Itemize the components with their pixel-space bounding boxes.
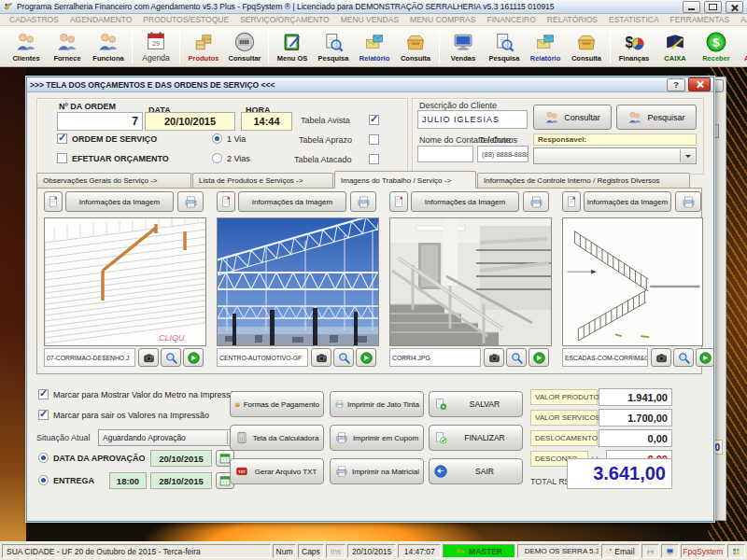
data-aprovacao-radio[interactable]: DATA DA APROVAÇÃO — [38, 453, 146, 463]
image3-info-button[interactable]: Informações da Imagem — [411, 191, 519, 212]
image3-filename-field[interactable]: CORRI4.JPG — [389, 348, 481, 367]
image2-print-button[interactable] — [350, 191, 376, 212]
menu-produtos-estoque[interactable]: PRODUTOS/ESTOQUE — [137, 15, 234, 24]
menu-agendamento[interactable]: AGENDAMENTO — [64, 15, 137, 24]
toolbar-button-clientes[interactable]: Clientes — [6, 30, 47, 63]
image4-filename-field[interactable]: ESCADAS-COM-CORRIM&O — [562, 348, 648, 367]
telefone-field[interactable]: (88) 8888-8888 — [477, 146, 529, 162]
salvar-button[interactable]: SALVAR — [429, 391, 523, 417]
dialog-close-button[interactable] — [688, 77, 711, 91]
menu-financeiro[interactable]: FINANCEIRO — [481, 15, 541, 24]
tabela-atacado-checkbox[interactable] — [369, 154, 379, 164]
menu-compras[interactable]: MENU COMPRAS — [404, 15, 481, 24]
responsavel-dropdown[interactable] — [533, 147, 697, 164]
mostrar-metro-checkbox[interactable]: Marcar para Mostrar Valor do Metro na Im… — [38, 389, 239, 399]
maximize-button[interactable] — [704, 1, 722, 13]
aprovacao-date-field[interactable]: 20/10/2015 — [150, 450, 212, 467]
toolbar-button-produtos[interactable]: Produtos — [183, 30, 224, 63]
menu-estatistica[interactable]: ESTATISTICA — [603, 15, 665, 24]
image1-thumbnail-corrimao-desenho[interactable]: CLIQU — [44, 217, 206, 346]
menu-cadastros[interactable]: CADASTROS — [4, 15, 64, 24]
image4-note-button[interactable] — [562, 191, 581, 212]
toolbar-button-caixa[interactable]: CAIXA — [655, 30, 696, 63]
toolbar-button-consulta-os[interactable]: Consulta — [395, 30, 436, 63]
radio-1-via[interactable]: 1 Via — [212, 133, 246, 144]
tab-controle-interno[interactable]: Informações de Controle Interno / Regist… — [477, 173, 690, 188]
consultar-cliente-button[interactable]: Consultar — [533, 105, 612, 130]
formas-pagamento-button[interactable]: Formas de Pagamento — [230, 391, 324, 417]
image3-note-button[interactable] — [389, 191, 408, 212]
toolbar-button-vendas[interactable]: Vendas — [443, 30, 484, 63]
gerar-arquivo-txt-button[interactable]: Gerar Arquivo TXT — [230, 458, 324, 484]
image1-zoom-button[interactable] — [161, 348, 181, 367]
tab-observacoes[interactable]: Observações Gerais do Serviço -> — [36, 173, 191, 188]
sair-button[interactable]: SAIR — [429, 458, 523, 484]
image3-camera-button[interactable] — [484, 348, 504, 367]
image2-camera-button[interactable] — [311, 348, 331, 367]
status-monitor-button[interactable] — [661, 544, 679, 558]
image1-filename-field[interactable]: 07-CORRIMAO-DESENHO.J — [44, 348, 135, 367]
contato-field[interactable] — [417, 146, 473, 162]
tab-lista-produtos[interactable]: Lista de Produtos e Serviços -> — [192, 173, 333, 188]
image4-print-button[interactable] — [675, 191, 701, 212]
image4-thumbnail-escadas-desenho[interactable] — [562, 217, 703, 346]
minimize-button[interactable] — [683, 1, 700, 13]
status-email-button[interactable]: Email — [601, 544, 640, 558]
status-grid-button[interactable] — [727, 544, 745, 558]
image2-thumbnail-centro-automotivo[interactable] — [217, 217, 379, 346]
image2-info-button[interactable]: Informações da Imagem — [238, 191, 346, 212]
tab-imagens[interactable]: Imagens do Trabalho / Serviço -> — [334, 171, 476, 189]
imprimir-matricial-button[interactable]: Imprimir na Matricial — [330, 458, 424, 484]
entrega-radio[interactable]: ENTREGA — [38, 475, 94, 485]
situacao-dropdown[interactable]: Aguardando Aprovação — [98, 429, 244, 446]
toolbar-button-agenda[interactable]: Agenda — [135, 29, 176, 63]
menu-ferramentas[interactable]: FERRAMENTAS — [665, 15, 736, 24]
menu-servico-orcamento[interactable]: SERVIÇO/ORÇAMENTO — [234, 15, 335, 24]
toolbar-button-pesquisa-vendas[interactable]: Pesquisa — [484, 30, 525, 63]
cliente-desc-field[interactable]: JULIO IGLESIAS — [417, 110, 528, 129]
menu-relatorios[interactable]: RELATÓRIOS — [542, 15, 603, 24]
image1-print-button[interactable] — [177, 191, 204, 212]
toolbar-button-menu-os[interactable]: Menu OS — [272, 30, 313, 63]
toolbar-button-fornecedores[interactable]: Fornece — [47, 30, 88, 63]
efetuar-orcamento-checkbox[interactable]: EFETUAR ORÇAMENTO — [57, 153, 169, 163]
order-number-field[interactable]: 7 — [57, 112, 143, 131]
toolbar-button-receber[interactable]: Receber — [696, 30, 737, 63]
tabela-avista-checkbox[interactable] — [369, 115, 379, 125]
image4-camera-button[interactable] — [651, 348, 671, 367]
image4-open-button[interactable] — [696, 348, 714, 367]
pesquisar-cliente-button[interactable]: Pesquisar — [616, 105, 697, 130]
menu-vendas[interactable]: MENU VENDAS — [335, 15, 404, 24]
close-button[interactable] — [726, 1, 743, 13]
image2-note-button[interactable] — [217, 191, 235, 212]
image3-open-button[interactable] — [529, 348, 549, 367]
tabela-aprazo-checkbox[interactable] — [369, 134, 379, 145]
image1-camera-button[interactable] — [138, 348, 159, 367]
image3-print-button[interactable] — [523, 191, 549, 212]
imprimir-cupom-button[interactable]: Imprimir em Cupom — [330, 425, 424, 451]
toolbar-button-consulta-vendas[interactable]: Consulta — [566, 30, 607, 63]
image1-info-button[interactable]: Informações da Imagem — [65, 191, 174, 212]
image2-zoom-button[interactable] — [333, 348, 354, 367]
toolbar-button-financas[interactable]: Finanças — [613, 30, 655, 63]
finalizar-button[interactable]: FINALIZAR — [429, 425, 523, 451]
image4-info-button[interactable]: Informações da Imagem — [584, 191, 671, 212]
date-field[interactable]: 20/10/2015 — [145, 112, 235, 131]
toolbar-button-consultar[interactable]: Consultar — [224, 30, 265, 63]
toolbar-button-a-pagar[interactable]: A Pagar — [737, 30, 747, 63]
toolbar-button-relatorio-vendas[interactable]: Relatório — [525, 30, 566, 63]
entrega-time-field[interactable]: 18:00 — [109, 472, 147, 489]
image2-open-button[interactable] — [356, 348, 376, 367]
radio-2-vias[interactable]: 2 Vias — [212, 153, 250, 163]
image3-thumbnail-escada-foto[interactable] — [389, 217, 552, 346]
status-printer-button[interactable] — [641, 544, 659, 558]
dialog-help-button[interactable]: ? — [667, 78, 685, 91]
entrega-date-field[interactable]: 28/10/2015 — [150, 472, 212, 489]
toolbar-button-pesquisa-os[interactable]: Pesquisa — [313, 30, 354, 63]
menu-ajuda[interactable]: AJUDA — [735, 15, 747, 24]
ordem-servico-checkbox[interactable]: ORDEM DE SERVIÇO — [57, 133, 157, 144]
toolbar-button-relatorio-os[interactable]: Relatório — [354, 30, 395, 63]
toolbar-button-funcionarios[interactable]: Funciona — [88, 30, 129, 63]
image4-zoom-button[interactable] — [673, 348, 694, 367]
sair-valores-checkbox[interactable]: Marcar para sair os Valores na Impressão — [38, 410, 209, 420]
